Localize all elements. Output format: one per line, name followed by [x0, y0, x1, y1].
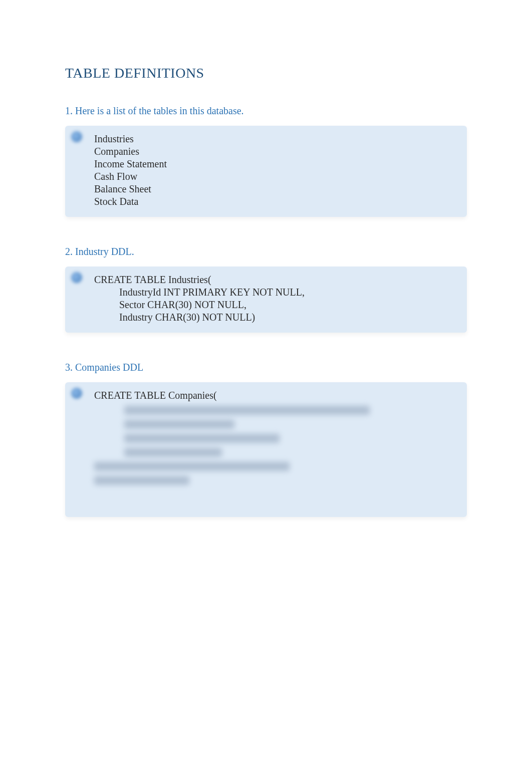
- page-title: TABLE DEFINITIONS: [65, 65, 467, 81]
- blurred-line: [94, 462, 290, 471]
- code-block-industry-ddl: CREATE TABLE Industries( IndustryId INT …: [65, 267, 467, 333]
- code-block-companies-ddl: CREATE TABLE Companies(: [65, 382, 467, 517]
- code-content-industry: CREATE TABLE Industries( IndustryId INT …: [94, 274, 458, 324]
- section-1-heading: 1. Here is a list of the tables in this …: [65, 105, 467, 117]
- bullet-icon: [71, 131, 82, 142]
- blurred-preview-content: [94, 406, 458, 485]
- blurred-line: [124, 434, 280, 443]
- code-content-tables: Industries Companies Income Statement Ca…: [94, 133, 458, 208]
- bullet-icon: [71, 388, 82, 399]
- blurred-line: [124, 448, 222, 457]
- code-block-tables-list: Industries Companies Income Statement Ca…: [65, 126, 467, 217]
- blurred-line: [124, 406, 370, 415]
- section-2-heading: 2. Industry DDL.: [65, 246, 467, 257]
- code-content-companies-visible: CREATE TABLE Companies(: [94, 389, 458, 402]
- blurred-line: [94, 476, 189, 485]
- blurred-line: [124, 420, 234, 429]
- section-3-heading: 3. Companies DDL: [65, 362, 467, 373]
- bullet-icon: [71, 272, 82, 283]
